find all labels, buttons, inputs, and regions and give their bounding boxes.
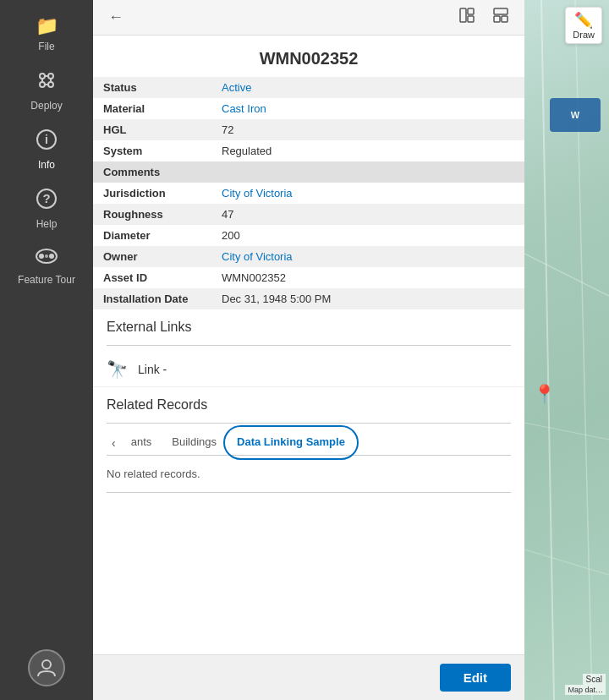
- panel-icon1-button[interactable]: [453, 5, 480, 30]
- svg-rect-22: [502, 16, 508, 22]
- table-row: Roughness 47: [93, 204, 524, 225]
- svg-rect-18: [468, 8, 474, 14]
- svg-point-2: [40, 82, 45, 87]
- sidebar-item-info[interactable]: i Info: [0, 120, 93, 179]
- sidebar-item-help-label: Help: [36, 218, 58, 230]
- svg-point-13: [39, 254, 44, 259]
- external-links-title: External Links: [107, 320, 511, 335]
- svg-rect-21: [494, 16, 500, 22]
- map-scale-label: Scal: [583, 674, 606, 685]
- table-row: Installation Date Dec 31, 1948 5:00 PM: [93, 288, 524, 309]
- related-records-section: Related Records: [93, 387, 524, 423]
- attr-value: Active: [211, 77, 524, 98]
- sidebar-item-feature-tour-label: Feature Tour: [18, 274, 75, 286]
- attr-key: Asset ID: [93, 267, 211, 288]
- svg-rect-17: [460, 8, 466, 22]
- external-links-divider: [107, 345, 511, 346]
- attr-key: System: [93, 140, 211, 161]
- svg-text:i: i: [45, 133, 48, 146]
- no-records-text: No related records.: [93, 456, 524, 492]
- table-row: Owner City of Victoria: [93, 246, 524, 267]
- sidebar-item-help[interactable]: ? Help: [0, 179, 93, 238]
- edit-button[interactable]: Edit: [440, 664, 511, 692]
- attr-value: City of Victoria: [211, 183, 524, 204]
- no-records-divider: [107, 492, 511, 493]
- attributes-table: Status Active Material Cast Iron HGL 72 …: [93, 77, 524, 309]
- attr-key: Jurisdiction: [93, 183, 211, 204]
- attr-value: 72: [211, 119, 524, 140]
- feature-tour-icon: [35, 247, 58, 271]
- svg-rect-20: [494, 8, 508, 14]
- svg-point-15: [45, 254, 48, 258]
- sidebar-item-feature-tour[interactable]: Feature Tour: [0, 238, 93, 294]
- sidebar-bottom: [0, 649, 93, 700]
- table-section-header: Comments: [93, 161, 524, 183]
- related-records-divider: [107, 423, 511, 424]
- section-value: [211, 161, 524, 183]
- sidebar-item-file[interactable]: 📁 File: [0, 7, 93, 61]
- attr-value: Dec 31, 1948 5:00 PM: [211, 288, 524, 309]
- svg-line-26: [524, 423, 609, 440]
- table-row: Status Active: [93, 77, 524, 98]
- svg-text:?: ?: [42, 191, 50, 205]
- table-row: Asset ID WMN002352: [93, 267, 524, 288]
- sidebar-item-info-label: Info: [38, 159, 55, 171]
- related-records-tabs: ‹ ants Buildings Data Linking Sample: [107, 430, 511, 456]
- svg-line-27: [524, 550, 609, 575]
- table-row: HGL 72: [93, 119, 524, 140]
- attr-key: Material: [93, 98, 211, 119]
- table-row: Jurisdiction City of Victoria: [93, 183, 524, 204]
- attr-value: Regulated: [211, 140, 524, 161]
- attr-key: Installation Date: [93, 288, 211, 309]
- toolbar: ←: [93, 0, 524, 36]
- external-link-item[interactable]: 🔭 Link -: [93, 353, 524, 387]
- bottom-bar: Edit: [93, 654, 524, 700]
- record-title: WMN002352: [93, 36, 524, 77]
- deploy-icon: [36, 69, 58, 96]
- detail-panel: WMN002352 Status Active Material Cast Ir…: [93, 36, 524, 700]
- attr-key: HGL: [93, 119, 211, 140]
- svg-point-1: [48, 74, 53, 79]
- map-region-highlight: W: [550, 98, 601, 132]
- attr-value: 47: [211, 204, 524, 225]
- svg-point-14: [49, 254, 54, 259]
- attr-value: Cast Iron: [211, 98, 524, 119]
- attr-key: Owner: [93, 246, 211, 267]
- table-row: Diameter 200: [93, 225, 524, 246]
- attr-key: Diameter: [93, 225, 211, 246]
- attr-value: City of Victoria: [211, 246, 524, 267]
- pencil-icon: ✏️: [574, 11, 593, 30]
- attr-value: 200: [211, 225, 524, 246]
- sidebar-item-deploy[interactable]: Deploy: [0, 61, 93, 120]
- map-panel: ✏️ Draw W 📍 Scal Map dat…: [524, 0, 609, 700]
- sidebar-item-file-label: File: [38, 41, 54, 52]
- draw-label: Draw: [573, 30, 595, 40]
- table-row: System Regulated: [93, 140, 524, 161]
- svg-point-0: [40, 74, 45, 79]
- map-data-label: Map dat…: [565, 685, 606, 695]
- tab-chevron-left[interactable]: ‹: [107, 431, 121, 455]
- attr-key: Status: [93, 77, 211, 98]
- help-icon: ?: [36, 188, 58, 215]
- draw-button[interactable]: ✏️ Draw: [565, 7, 602, 44]
- section-key: Comments: [93, 161, 211, 183]
- related-records-title: Related Records: [107, 397, 511, 413]
- info-icon: i: [36, 129, 58, 156]
- back-button[interactable]: ←: [103, 7, 129, 28]
- ext-link-text: Link -: [138, 363, 167, 376]
- attr-key: Roughness: [93, 204, 211, 225]
- sidebar: 📁 File Deploy i Info: [0, 0, 93, 700]
- sidebar-item-deploy-label: Deploy: [30, 100, 62, 112]
- binoculars-icon: 🔭: [107, 359, 128, 380]
- svg-point-16: [42, 660, 51, 669]
- svg-rect-19: [468, 16, 474, 22]
- panel-icon2-button[interactable]: [487, 5, 514, 30]
- tab-buildings[interactable]: Buildings: [162, 430, 227, 455]
- external-links-section: External Links: [93, 309, 524, 345]
- svg-point-3: [48, 82, 53, 87]
- table-row: Material Cast Iron: [93, 98, 524, 119]
- tab-data-linking-sample[interactable]: Data Linking Sample: [227, 430, 355, 455]
- map-location-marker: 📍: [533, 384, 556, 406]
- tab-ants[interactable]: ants: [121, 430, 162, 455]
- avatar[interactable]: [28, 649, 65, 686]
